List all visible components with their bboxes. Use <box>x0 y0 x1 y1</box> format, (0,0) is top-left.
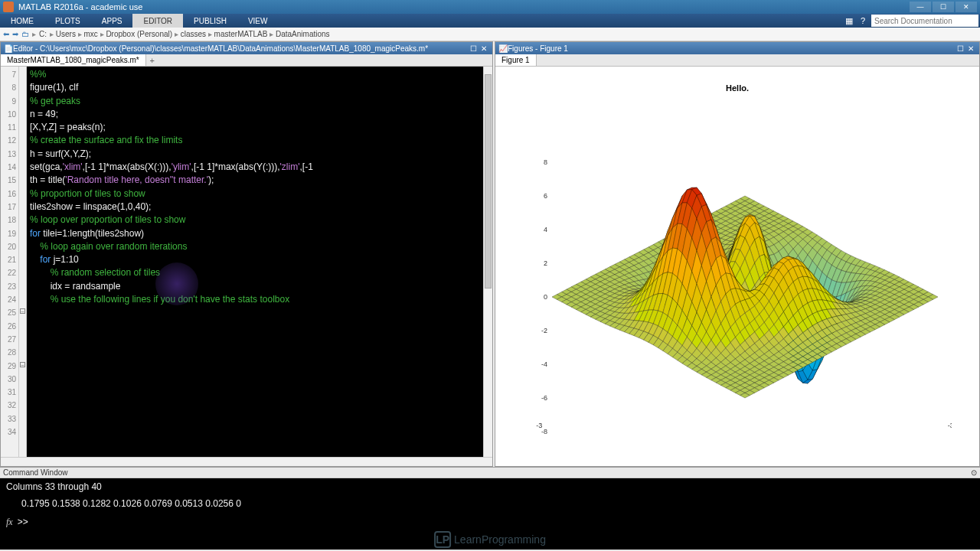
svg-text:4: 4 <box>544 226 547 233</box>
minimize-button[interactable]: — <box>910 2 931 12</box>
editor-pane: 📄 Editor - C:\Users\mxc\Dropbox (Persona… <box>0 41 493 467</box>
editor-scrollbar-v[interactable] <box>483 67 492 457</box>
svg-text:2: 2 <box>544 259 547 267</box>
titlebar: MATLAB R2016a - academic use — ☐ ✕ <box>0 0 980 14</box>
folder-icon[interactable]: 🗀 <box>21 30 29 38</box>
toolstrip-tab-home[interactable]: HOME <box>0 14 44 28</box>
figure-close-icon[interactable]: ✕ <box>965 44 976 53</box>
command-window-body[interactable]: Columns 33 through 40 0.1795 0.1538 0.12… <box>0 478 980 549</box>
editor-tab[interactable]: MasterMATLAB_1080_magicPeaks.m* <box>1 54 146 66</box>
svg-text:-3: -3 <box>948 422 952 429</box>
toolstrip-tab-apps[interactable]: APPS <box>91 14 133 28</box>
breadcrumb[interactable]: classes <box>181 30 206 38</box>
command-prompt: >> <box>18 517 28 527</box>
svg-text:8: 8 <box>544 158 547 166</box>
breadcrumb[interactable]: DataAnimations <box>276 30 330 38</box>
new-tab-button[interactable]: + <box>146 54 158 66</box>
toolstrip-tab-plots[interactable]: PLOTS <box>44 14 91 28</box>
help-icon[interactable]: ? <box>856 14 870 28</box>
toolstrip-tab-editor[interactable]: EDITOR <box>132 14 183 28</box>
figure-title: Hello. <box>495 83 979 93</box>
breadcrumb[interactable]: mxc <box>83 30 97 38</box>
editor-header-title: Editor - C:\Users\mxc\Dropbox (Personal)… <box>13 44 468 53</box>
path-drive[interactable]: C: <box>39 30 47 38</box>
figure-canvas[interactable]: Hello. 86420-2-4-6-8 -3-2-10123 -3-2-101… <box>495 67 979 466</box>
command-window-label: Command Window <box>3 468 67 477</box>
figure-icon: 📈 <box>498 44 508 53</box>
editor-doc-icon: 📄 <box>4 44 13 53</box>
code-editor[interactable]: 7891011121314151617181920212223242526272… <box>1 67 492 457</box>
svg-text:-6: -6 <box>541 394 547 402</box>
search-input[interactable] <box>871 15 978 27</box>
path-bar: ⬅ ➡ 🗀 ▸ C: ▸ Users ▸ mxc ▸ Dropbox (Pers… <box>0 28 980 41</box>
matlab-logo-icon <box>3 2 14 12</box>
breadcrumb[interactable]: Users <box>56 30 76 38</box>
figure-header-title: Figures - Figure 1 <box>508 44 955 53</box>
toolstrip-tab-publish[interactable]: PUBLISH <box>183 14 237 28</box>
breadcrumb[interactable]: masterMATLAB <box>214 30 268 38</box>
breadcrumb[interactable]: Dropbox (Personal) <box>106 30 172 38</box>
maximize-button[interactable]: ☐ <box>933 2 954 12</box>
svg-text:0: 0 <box>544 293 547 301</box>
cmd-output-header: Columns 33 through 40 <box>6 481 974 492</box>
svg-text:-3: -3 <box>536 422 542 429</box>
toolstrip: HOMEPLOTSAPPSEDITORPUBLISHVIEW ▦ ? <box>0 14 980 28</box>
figure-dock-icon[interactable]: ☐ <box>955 44 965 53</box>
toolstrip-icon[interactable]: ▦ <box>842 14 856 28</box>
editor-dock-icon[interactable]: ☐ <box>468 44 479 53</box>
close-button[interactable]: ✕ <box>956 2 977 12</box>
cmd-output-values: 0.1795 0.1538 0.1282 0.1026 0.0769 0.051… <box>6 498 974 509</box>
editor-close-icon[interactable]: ✕ <box>479 44 489 53</box>
command-window: Command Window⊙ Columns 33 through 40 0.… <box>0 467 980 549</box>
svg-text:-4: -4 <box>541 360 547 368</box>
figure-pane: 📈 Figures - Figure 1 ☐ ✕ Figure 1 Hello.… <box>495 41 980 467</box>
watermark: LPLearnProgramming <box>434 531 546 548</box>
forward-icon[interactable]: ➡ <box>12 30 18 38</box>
command-window-menu-icon[interactable]: ⊙ <box>971 468 977 477</box>
svg-text:-2: -2 <box>541 327 547 334</box>
figure-tab[interactable]: Figure 1 <box>495 54 537 66</box>
fx-icon[interactable]: fx <box>6 517 13 527</box>
editor-scrollbar-h[interactable] <box>1 457 492 466</box>
surface-plot: 86420-2-4-6-8 -3-2-10123 -3-2-10123 <box>523 98 952 435</box>
svg-text:6: 6 <box>544 192 547 200</box>
back-icon[interactable]: ⬅ <box>3 30 9 38</box>
toolstrip-tab-view[interactable]: VIEW <box>237 14 279 28</box>
window-title: MATLAB R2016a - academic use <box>18 2 910 11</box>
